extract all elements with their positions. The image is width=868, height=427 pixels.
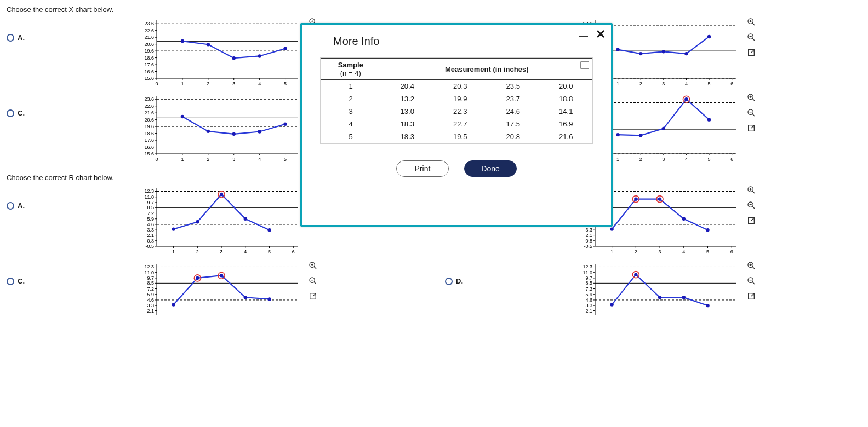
svg-text:17.6: 17.6: [144, 62, 154, 67]
chart-xbar-c: 15.616.617.618.619.620.621.622.623.60123…: [137, 93, 301, 164]
table-row: 120.420.323.520.0: [321, 80, 592, 93]
radio-xbar-c[interactable]: [7, 109, 14, 117]
svg-point-89: [684, 52, 688, 55]
svg-point-294: [610, 227, 613, 230]
svg-text:0.8: 0.8: [585, 314, 592, 315]
svg-point-190: [707, 118, 711, 121]
svg-point-139: [283, 123, 287, 126]
svg-text:-0.5: -0.5: [145, 244, 154, 249]
svg-point-243: [244, 217, 247, 221]
svg-text:3: 3: [662, 81, 665, 86]
svg-text:18.6: 18.6: [144, 131, 154, 136]
svg-text:3: 3: [232, 157, 235, 162]
svg-text:2: 2: [207, 157, 209, 162]
svg-point-404: [610, 303, 613, 306]
expand-icon[interactable]: [746, 291, 756, 301]
radio-label: C.: [18, 109, 25, 117]
question-1-title: Choose the correct X chart below.: [7, 5, 861, 14]
svg-text:2: 2: [207, 81, 209, 86]
svg-text:12.3: 12.3: [583, 264, 592, 269]
svg-text:3: 3: [659, 249, 661, 255]
zoom-out-icon[interactable]: [746, 32, 756, 42]
svg-point-187: [639, 134, 642, 137]
svg-line-361: [314, 282, 316, 284]
radio-r-c[interactable]: [7, 278, 14, 285]
svg-point-37: [232, 56, 236, 60]
svg-text:3.3: 3.3: [585, 227, 592, 233]
svg-line-99: [751, 50, 754, 53]
svg-point-350: [196, 276, 199, 280]
zoom-in-icon[interactable]: [308, 261, 318, 270]
svg-text:6: 6: [730, 81, 733, 86]
radio-label: D.: [456, 277, 463, 285]
svg-text:8.5: 8.5: [147, 205, 154, 210]
minimize-icon[interactable]: [579, 36, 588, 37]
svg-point-406: [658, 296, 661, 299]
svg-text:9.7: 9.7: [585, 275, 592, 281]
svg-text:23.6: 23.6: [144, 96, 154, 102]
print-button[interactable]: Print: [396, 160, 449, 177]
zoom-in-icon[interactable]: [746, 93, 756, 102]
svg-text:3.3: 3.3: [147, 303, 154, 308]
col-sample: Sample (n = 4): [321, 59, 381, 80]
radio-r-a[interactable]: [7, 202, 14, 210]
zoom-in-icon[interactable]: [746, 185, 756, 195]
radio-xbar-a[interactable]: [7, 34, 14, 42]
svg-point-351: [220, 274, 223, 277]
svg-text:9.7: 9.7: [147, 200, 154, 205]
svg-point-90: [707, 35, 711, 38]
svg-point-242: [220, 193, 223, 196]
zoom-out-icon[interactable]: [746, 108, 756, 118]
expand-icon[interactable]: [746, 216, 756, 226]
svg-text:5: 5: [268, 249, 271, 255]
radio-label: A.: [18, 201, 25, 210]
svg-text:3: 3: [662, 157, 665, 162]
data-table: Sample (n = 4) Measurement (in inches) 1…: [320, 57, 593, 144]
expand-icon[interactable]: [746, 48, 756, 57]
svg-text:21.6: 21.6: [144, 110, 154, 116]
svg-text:5: 5: [284, 81, 287, 86]
chart-r-d: -0.50.82.13.34.65.97.28.59.711.012.31234…: [575, 261, 740, 315]
close-icon[interactable]: ✕: [596, 30, 606, 39]
expand-icon[interactable]: [746, 123, 756, 133]
svg-text:6: 6: [292, 249, 295, 255]
svg-text:1: 1: [616, 157, 619, 162]
svg-line-193: [752, 99, 755, 101]
expand-icon[interactable]: [308, 291, 318, 301]
svg-line-309: [751, 218, 754, 221]
svg-text:2.1: 2.1: [585, 308, 592, 314]
zoom-out-icon[interactable]: [746, 200, 756, 210]
radio-r-d[interactable]: [445, 278, 453, 285]
svg-text:4.6: 4.6: [147, 222, 154, 227]
zoom-out-icon[interactable]: [308, 276, 318, 286]
zoom-in-icon[interactable]: [746, 261, 756, 270]
svg-text:0: 0: [155, 157, 158, 162]
svg-point-186: [616, 133, 619, 136]
svg-text:5.9: 5.9: [147, 216, 154, 222]
svg-point-138: [258, 130, 261, 133]
svg-text:4: 4: [244, 249, 247, 255]
svg-text:16.6: 16.6: [144, 69, 154, 74]
svg-point-353: [267, 297, 271, 301]
svg-text:1: 1: [616, 81, 619, 86]
svg-text:5.9: 5.9: [147, 292, 154, 297]
svg-text:15.6: 15.6: [144, 76, 154, 81]
zoom-in-icon[interactable]: [746, 17, 756, 27]
svg-text:9.7: 9.7: [147, 275, 154, 281]
svg-text:7.2: 7.2: [585, 286, 592, 292]
svg-line-92: [752, 23, 755, 25]
svg-point-86: [616, 48, 619, 51]
svg-line-96: [752, 38, 755, 41]
svg-text:3.3: 3.3: [585, 303, 592, 308]
zoom-out-icon[interactable]: [746, 276, 756, 286]
svg-text:2: 2: [639, 157, 642, 162]
svg-point-88: [662, 50, 665, 53]
svg-text:23.6: 23.6: [144, 21, 154, 26]
svg-text:0.8: 0.8: [147, 314, 154, 315]
done-button[interactable]: Done: [464, 160, 517, 177]
svg-point-137: [232, 132, 236, 136]
chart-r-a: -0.50.82.13.34.65.97.28.59.711.012.31234…: [137, 185, 301, 256]
svg-text:3: 3: [220, 249, 223, 255]
svg-line-364: [313, 293, 316, 296]
svg-text:-0.5: -0.5: [584, 244, 592, 249]
